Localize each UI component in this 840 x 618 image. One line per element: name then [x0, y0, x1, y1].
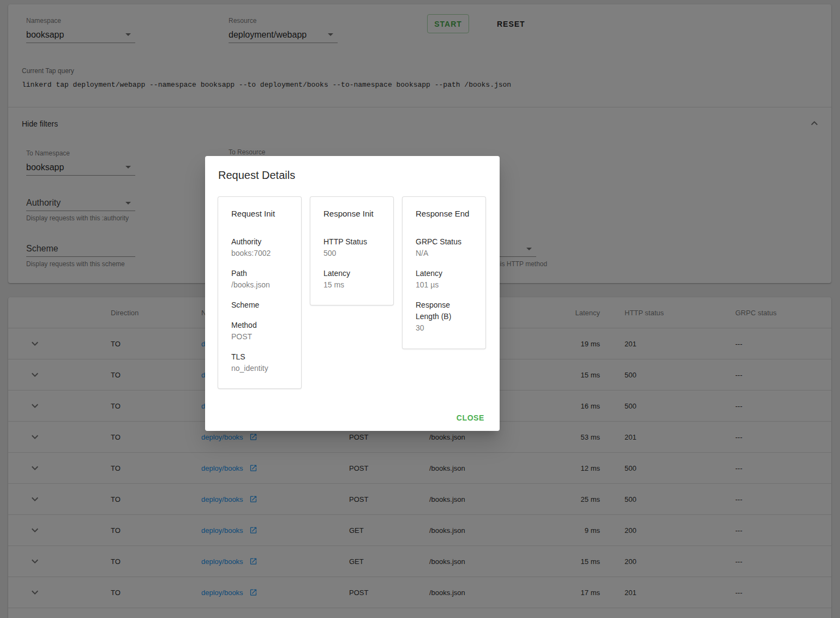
request-details-dialog: Request Details Request InitAuthorityboo… — [205, 156, 500, 431]
detail-field-value: 101 µs — [416, 279, 472, 291]
detail-field: Path/books.json — [231, 268, 288, 291]
detail-field: Authoritybooks:7002 — [231, 236, 288, 259]
detail-field: GRPC StatusN/A — [416, 236, 472, 259]
detail-field-label: Method — [231, 320, 288, 331]
detail-card-title: Response End — [416, 208, 472, 220]
detail-field-label: TLS — [231, 351, 288, 363]
detail-field-label: Scheme — [231, 299, 288, 311]
dialog-title: Request Details — [218, 169, 295, 182]
detail-field-value: /books.json — [231, 279, 288, 291]
detail-field-label: Latency — [323, 268, 380, 279]
detail-field: MethodPOST — [231, 320, 288, 343]
detail-field: HTTP Status500 — [323, 236, 380, 259]
detail-field-value: 30 — [416, 322, 472, 334]
request-detail-cards: Request InitAuthoritybooks:7002Path/book… — [218, 196, 486, 389]
detail-field-value: 15 ms — [323, 279, 380, 291]
detail-field-value: no_identity — [231, 363, 288, 374]
detail-card-title: Response Init — [323, 208, 380, 220]
detail-field-label: Latency — [416, 268, 472, 279]
detail-field-value: N/A — [416, 248, 472, 259]
linkerd-tap-page: Namespace booksapp Resource deployment/w… — [0, 0, 840, 618]
detail-field: Scheme — [231, 299, 288, 311]
detail-field-label: Authority — [231, 236, 288, 248]
detail-card-title: Request Init — [231, 208, 288, 220]
close-button[interactable]: CLOSE — [448, 409, 493, 427]
detail-field-label: HTTP Status — [323, 236, 380, 248]
detail-field-label: Path — [231, 268, 288, 279]
detail-field-value: books:7002 — [231, 248, 288, 259]
detail-field: Response Length (B)30 — [416, 299, 472, 334]
detail-field-value: 500 — [323, 248, 380, 259]
detail-card: Response EndGRPC StatusN/ALatency101 µsR… — [402, 196, 486, 349]
detail-field-label: GRPC Status — [416, 236, 472, 248]
detail-field: Latency101 µs — [416, 268, 472, 291]
detail-card: Response InitHTTP Status500Latency15 ms — [310, 196, 394, 305]
detail-field-label: Response Length (B) — [416, 299, 472, 322]
detail-field: Latency15 ms — [323, 268, 380, 291]
detail-field-value: POST — [231, 331, 288, 343]
detail-field: TLSno_identity — [231, 351, 288, 374]
detail-card: Request InitAuthoritybooks:7002Path/book… — [218, 196, 302, 389]
